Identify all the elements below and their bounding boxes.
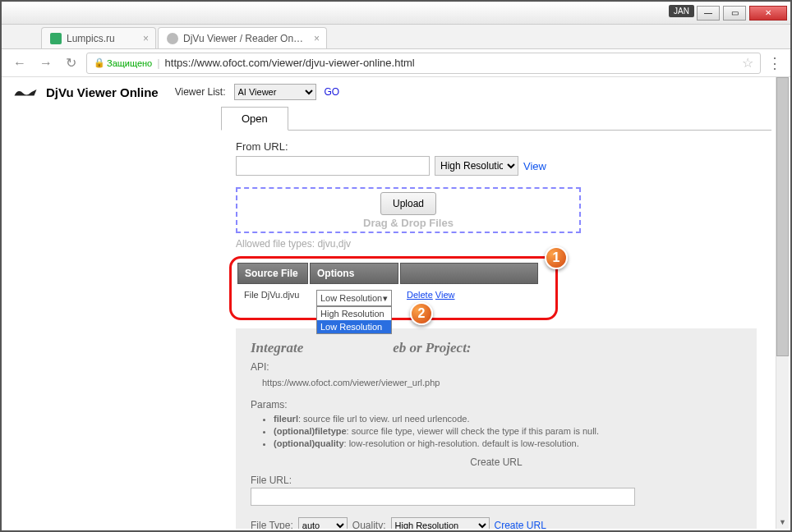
col-actions bbox=[400, 263, 538, 284]
file-name-cell: File DjVu.djvu bbox=[237, 286, 308, 310]
favicon-icon bbox=[167, 33, 178, 44]
file-table-wrap: 1 2 Source File Options File DjVu.djvu L… bbox=[236, 261, 757, 312]
app-header: DjVu Viewer Online Viewer List: AI Viewe… bbox=[3, 77, 789, 107]
main-panel: Open From URL: High Resolutio View Uploa… bbox=[221, 107, 771, 529]
tab-title: Lumpics.ru bbox=[67, 33, 115, 44]
panel-tabs: Open bbox=[221, 107, 771, 131]
window-titlebar: JAN — ▭ ✕ bbox=[2, 2, 790, 25]
resolution-dropdown[interactable]: Low Resolution▾ High Resolution Low Reso… bbox=[316, 290, 392, 306]
api-url: https://www.ofoct.com/viewer/viewer_url.… bbox=[251, 374, 742, 394]
address-bar: ← → ↻ 🔒 Защищено | https://www.ofoct.com… bbox=[2, 49, 790, 77]
close-button[interactable]: ✕ bbox=[749, 6, 787, 21]
create-url-header: Create URL bbox=[251, 456, 742, 468]
tab-open[interactable]: Open bbox=[221, 107, 288, 131]
forward-button[interactable]: → bbox=[36, 56, 56, 71]
tab-title: DjVu Viewer / Reader On… bbox=[183, 33, 303, 44]
view-file-link[interactable]: View bbox=[435, 290, 455, 300]
table-row: File DjVu.djvu Low Resolution▾ High Reso… bbox=[237, 286, 538, 310]
month-badge: JAN bbox=[669, 5, 694, 17]
viewer-list-select[interactable]: AI Viewer bbox=[234, 84, 316, 100]
page-content: DjVu Viewer Online Viewer List: AI Viewe… bbox=[3, 77, 789, 529]
close-tab-icon[interactable]: × bbox=[314, 33, 320, 44]
maximize-button[interactable]: ▭ bbox=[723, 6, 746, 21]
quality-select[interactable]: High Resolution bbox=[391, 517, 490, 529]
lock-icon: 🔒 Защищено bbox=[94, 57, 152, 68]
minimize-button[interactable]: — bbox=[697, 6, 720, 21]
integrate-heading: Integrate xxx into xxx Web or Project: bbox=[251, 340, 742, 356]
chevron-down-icon: ▾ bbox=[383, 293, 388, 304]
integrate-section: Integrate xxx into xxx Web or Project: I… bbox=[236, 328, 757, 529]
browser-tab-djvu[interactable]: DjVu Viewer / Reader On… × bbox=[158, 27, 327, 48]
drop-hint: Drag & Drop Files bbox=[363, 217, 454, 229]
browser-tabs: Lumpics.ru × DjVu Viewer / Reader On… × bbox=[2, 25, 790, 49]
menu-icon[interactable]: ⋮ bbox=[767, 54, 782, 72]
annotation-badge-1: 1 bbox=[545, 246, 568, 269]
create-url-link[interactable]: Create URL bbox=[495, 520, 546, 529]
scrollbar[interactable]: ▲ ▼ bbox=[776, 77, 789, 529]
drop-zone[interactable]: Upload Drag & Drop Files bbox=[236, 187, 581, 233]
resolution-select-top[interactable]: High Resolutio bbox=[435, 156, 518, 176]
scrollbar-thumb[interactable] bbox=[776, 77, 789, 356]
file-url-input[interactable] bbox=[251, 488, 635, 506]
browser-tab-lumpics[interactable]: Lumpics.ru × bbox=[41, 27, 156, 48]
allowed-types: Allowed file types: djvu,djv bbox=[236, 238, 757, 250]
reload-button[interactable]: ↻ bbox=[62, 55, 80, 71]
dropdown-option-high[interactable]: High Resolution bbox=[317, 307, 391, 320]
go-link[interactable]: GO bbox=[325, 86, 340, 98]
col-options: Options bbox=[310, 263, 398, 284]
file-type-select[interactable]: auto bbox=[298, 517, 348, 529]
scroll-down-icon[interactable]: ▼ bbox=[776, 516, 789, 529]
delete-link[interactable]: Delete bbox=[407, 290, 433, 300]
integrate-heading-left: Integrate bbox=[251, 340, 303, 356]
upload-button[interactable]: Upload bbox=[380, 192, 436, 215]
params-list: fileurl: source file url to view. url ne… bbox=[274, 414, 742, 448]
favicon-icon bbox=[50, 33, 62, 44]
from-url-label: From URL: bbox=[236, 140, 757, 153]
file-type-label: File Type: bbox=[251, 520, 293, 529]
annotation-badge-2: 2 bbox=[410, 302, 433, 325]
api-label: API: bbox=[251, 361, 742, 373]
from-url-input[interactable] bbox=[236, 156, 430, 176]
params-label: Params: bbox=[251, 399, 742, 410]
back-button[interactable]: ← bbox=[10, 56, 30, 71]
file-table: Source File Options File DjVu.djvu Low R… bbox=[236, 261, 540, 312]
quality-label: Quality: bbox=[352, 520, 386, 529]
close-tab-icon[interactable]: × bbox=[143, 33, 149, 44]
dropdown-list: High Resolution Low Resolution bbox=[316, 306, 392, 334]
viewer-list-label: Viewer List: bbox=[175, 86, 226, 98]
logo-icon bbox=[13, 85, 38, 99]
app-title: DjVu Viewer Online bbox=[46, 85, 159, 99]
view-link[interactable]: View bbox=[523, 160, 546, 172]
file-url-label: File URL: bbox=[251, 475, 742, 486]
bookmark-icon[interactable]: ☆ bbox=[742, 55, 753, 71]
dropdown-option-low[interactable]: Low Resolution bbox=[317, 320, 391, 333]
col-source: Source File bbox=[237, 263, 308, 284]
url-text: https://www.ofoct.com/viewer/djvu-viewer… bbox=[165, 57, 415, 69]
url-input[interactable]: 🔒 Защищено | https://www.ofoct.com/viewe… bbox=[86, 53, 761, 74]
